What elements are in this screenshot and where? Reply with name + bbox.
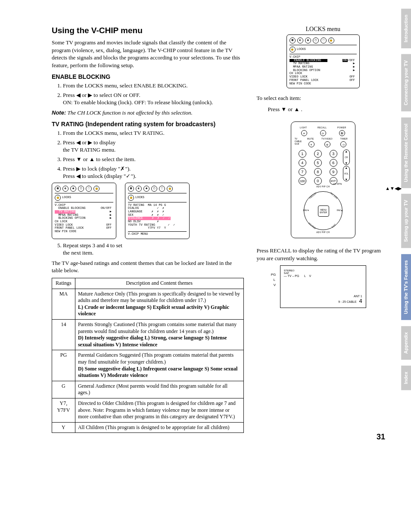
rating-cell: Y bbox=[52, 422, 75, 433]
tv-rating-steps-cont: Repeat steps 3 and 4 to set the next ite… bbox=[59, 242, 244, 257]
rating-cell: Y7, Y7FV bbox=[52, 398, 75, 422]
page-number: 31 bbox=[377, 432, 385, 442]
menu-icon: ⬚ bbox=[321, 37, 327, 44]
side-tab[interactable]: Using the Remote Control bbox=[401, 118, 411, 188]
locks-menu-right: ▦ ◐ ◉ ▢ ⬚ 🔒 🔒LOCKS V-CHIP ENABLE BLOCKIN… bbox=[286, 34, 360, 88]
menu-icon: ⬚ bbox=[159, 186, 165, 192]
step-text: Press ◀ or ▶ to display bbox=[63, 139, 115, 146]
table-row: MAMature Audience Only (This program is … bbox=[52, 289, 244, 319]
menu-row: Y7FV Y7 Y bbox=[128, 227, 187, 230]
timer-button[interactable]: ◷ bbox=[340, 141, 346, 147]
menu-enter-button[interactable]: MENU ENTER bbox=[318, 205, 329, 217]
mute-button[interactable]: ✕ bbox=[308, 141, 314, 147]
description-cell: Directed to Older Children (This program… bbox=[75, 398, 243, 422]
label: VCR bbox=[295, 143, 302, 145]
step-text: the next item. bbox=[63, 249, 93, 256]
label: ADV PIP CH bbox=[295, 231, 352, 233]
tv-rating-steps: From the LOCKS menu, select TV RATING. P… bbox=[59, 129, 244, 180]
menu-icon: ◉ bbox=[143, 186, 149, 192]
label: TV/VIDEO bbox=[321, 137, 333, 140]
power-button[interactable]: ⏻ bbox=[339, 130, 345, 136]
table-row: YAll Children (This program is designed … bbox=[52, 422, 244, 433]
num-1[interactable]: 1 bbox=[299, 150, 306, 158]
menu-icon: ◐ bbox=[62, 186, 68, 192]
step-text: Press ◀ or ▶ to select ON or OFF. bbox=[63, 92, 140, 98]
menu-footer: V-CHIP MENU bbox=[128, 231, 187, 236]
menu-icon: ▢ bbox=[151, 186, 157, 192]
step: From the LOCKS menu, select ENABLE BLOCK… bbox=[63, 82, 244, 90]
menu-icon: 🔒 bbox=[328, 37, 334, 44]
step: Press ▼ or ▲ to select the item. bbox=[63, 156, 244, 163]
side-tab[interactable]: Connecting your TV bbox=[401, 54, 411, 112]
step: Press ◀ or ▶ to display the TV RATING me… bbox=[63, 139, 244, 154]
num-6[interactable]: 6 bbox=[330, 159, 337, 167]
label: FAV▲ bbox=[337, 209, 343, 212]
description-cell: Mature Audience Only (This program is sp… bbox=[75, 289, 243, 319]
vol-rocker[interactable]: ▲VOL▼ bbox=[343, 166, 350, 181]
lock-icon: 🔒 bbox=[290, 47, 296, 53]
th-ratings: Ratings bbox=[52, 278, 75, 289]
table-row: 14Parents Strongly Cautioned (This progr… bbox=[52, 320, 244, 350]
menu-icon: ▦ bbox=[55, 186, 61, 192]
menu-title-text: LOCKS bbox=[62, 196, 71, 199]
page-heading: Using the V-CHIP menu bbox=[52, 26, 244, 35]
light-button[interactable]: ☀ bbox=[301, 130, 307, 136]
press-arrows-text: Press ▼ or ▲ . bbox=[268, 106, 389, 113]
osd-text: 9 : 25 CABLE bbox=[338, 300, 356, 303]
label: FAV▼ bbox=[303, 209, 309, 212]
num-9[interactable]: 9 bbox=[330, 168, 337, 176]
step-text: Repeat steps 3 and 4 to set bbox=[63, 242, 122, 249]
num-3[interactable]: 3 bbox=[330, 150, 337, 158]
side-tab[interactable]: Index bbox=[401, 366, 411, 390]
step-text: Press ▶ to lock (display "✗"). bbox=[63, 165, 131, 172]
num-100[interactable]: 100 bbox=[299, 177, 306, 185]
step-text: ON: To enable blocking (lock). OFF: To r… bbox=[63, 99, 213, 106]
menu-icon: ▢ bbox=[78, 186, 84, 192]
rating-cell: G bbox=[52, 381, 75, 398]
table-row: PGParental Guidances Suggested (This pro… bbox=[52, 350, 244, 381]
recall-text: Press RECALL to display the rating of th… bbox=[257, 247, 389, 262]
note-label: Note: bbox=[52, 109, 66, 116]
label: RECALL bbox=[318, 126, 327, 129]
label: FREEZE bbox=[308, 192, 317, 199]
osd-text: TV – PG bbox=[288, 274, 299, 277]
step: From the LOCKS menu, select TV RATING. bbox=[63, 129, 244, 137]
label: MUTE bbox=[307, 137, 314, 140]
lock-icon: 🔒 bbox=[128, 195, 134, 201]
step: Repeat steps 3 and 4 to set the next ite… bbox=[63, 242, 244, 257]
dpad[interactable]: MENU ENTER FREEZE PIC SIZE SOURCE EXIT F… bbox=[304, 191, 342, 230]
rating-cell: MA bbox=[52, 289, 75, 319]
side-tab[interactable]: Introduction bbox=[401, 9, 411, 48]
note: Note: The CH LOCK function is not affect… bbox=[52, 109, 244, 117]
ratings-table: Ratings Description and Content themes M… bbox=[52, 278, 244, 433]
label: EXIT bbox=[331, 223, 336, 228]
num-7[interactable]: 7 bbox=[299, 168, 306, 176]
num-8[interactable]: 8 bbox=[314, 168, 322, 176]
menu-icon: ⬚ bbox=[86, 186, 92, 192]
tv-rating-heading: TV RATING (Independent rating system for… bbox=[52, 121, 244, 128]
num-0[interactable]: 0 bbox=[314, 177, 322, 185]
num-2[interactable]: 2 bbox=[314, 150, 322, 158]
rating-cell: PG bbox=[52, 350, 75, 381]
side-tab[interactable]: Appendix bbox=[401, 326, 411, 360]
th-description: Description and Content themes bbox=[75, 278, 243, 289]
recall-button[interactable]: ⟳ bbox=[320, 130, 326, 136]
osd-label: PG bbox=[271, 273, 276, 277]
side-tab[interactable]: Setting up your TV bbox=[401, 194, 411, 248]
osd-label: V bbox=[274, 283, 276, 287]
table-intro: The TV age-based ratings and content the… bbox=[52, 259, 244, 274]
num-5[interactable]: 5 bbox=[314, 159, 322, 167]
ch-rocker[interactable]: ▲CH▼ bbox=[343, 149, 350, 165]
num-4[interactable]: 4 bbox=[299, 159, 306, 167]
locks-menu-left: ▦ ◐ ◉ ▢ ⬚ 🔒 🔒LOCKS V-CHIP ENABLE BLOCKIN… bbox=[52, 183, 116, 239]
step-text: Press ◀ to unlock (display "✓"). bbox=[63, 173, 136, 179]
menu-title-text: LOCKS bbox=[135, 196, 144, 199]
menu-icon: ◉ bbox=[70, 186, 76, 192]
label: PIC SIZE bbox=[330, 192, 338, 199]
side-tab[interactable]: Using the TV's Features bbox=[401, 254, 411, 320]
tv-video-button[interactable]: ⊕ bbox=[324, 141, 330, 147]
osd-text: V bbox=[309, 274, 311, 277]
rating-cell: 14 bbox=[52, 320, 75, 350]
description-cell: General Audience (Most parents would fin… bbox=[75, 381, 243, 398]
table-row: Y7, Y7FVDirected to Older Children (This… bbox=[52, 398, 244, 422]
